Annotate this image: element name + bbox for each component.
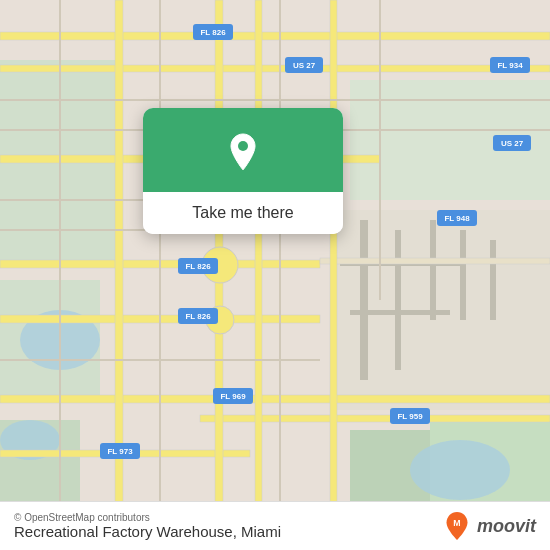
svg-rect-10 [360, 220, 368, 380]
svg-rect-18 [0, 65, 550, 72]
moovit-pin-icon: M [443, 512, 471, 540]
map-svg: FL 826 US 27 FL 934 FL 826 US 27 FL 948 … [0, 0, 550, 550]
svg-text:FL 973: FL 973 [107, 447, 133, 456]
location-pin-icon [221, 130, 265, 174]
svg-text:FL 826: FL 826 [185, 262, 211, 271]
map-container: FL 826 US 27 FL 934 FL 826 US 27 FL 948 … [0, 0, 550, 550]
svg-text:FL 826: FL 826 [200, 28, 226, 37]
take-me-there-button[interactable]: Take me there [143, 192, 343, 234]
bottom-bar: © OpenStreetMap contributors Recreationa… [0, 501, 550, 550]
popup-header [143, 108, 343, 192]
bottom-left-info: © OpenStreetMap contributors Recreationa… [14, 512, 281, 540]
svg-rect-26 [115, 0, 123, 550]
svg-text:FL 948: FL 948 [444, 214, 470, 223]
copyright-text: © OpenStreetMap contributors [14, 512, 281, 523]
svg-rect-15 [460, 230, 466, 320]
svg-rect-14 [430, 220, 436, 320]
svg-text:US 27: US 27 [501, 139, 524, 148]
moovit-brand-text: moovit [477, 516, 536, 537]
moovit-logo: M moovit [443, 512, 536, 540]
svg-text:FL 959: FL 959 [397, 412, 423, 421]
svg-rect-29 [330, 0, 337, 550]
svg-rect-17 [0, 32, 550, 40]
svg-rect-23 [0, 395, 550, 403]
svg-rect-24 [200, 415, 550, 422]
svg-point-63 [238, 141, 248, 151]
svg-rect-28 [255, 0, 262, 550]
svg-rect-21 [320, 258, 550, 264]
location-title: Recreational Factory Warehouse, Miami [14, 523, 281, 540]
popup-card: Take me there [143, 108, 343, 234]
svg-text:FL 934: FL 934 [497, 61, 523, 70]
svg-rect-11 [395, 230, 401, 370]
svg-text:US 27: US 27 [293, 61, 316, 70]
svg-rect-16 [490, 240, 496, 320]
svg-text:FL 826: FL 826 [185, 312, 211, 321]
svg-text:FL 969: FL 969 [220, 392, 246, 401]
svg-point-8 [410, 440, 510, 500]
svg-text:M: M [453, 518, 460, 528]
